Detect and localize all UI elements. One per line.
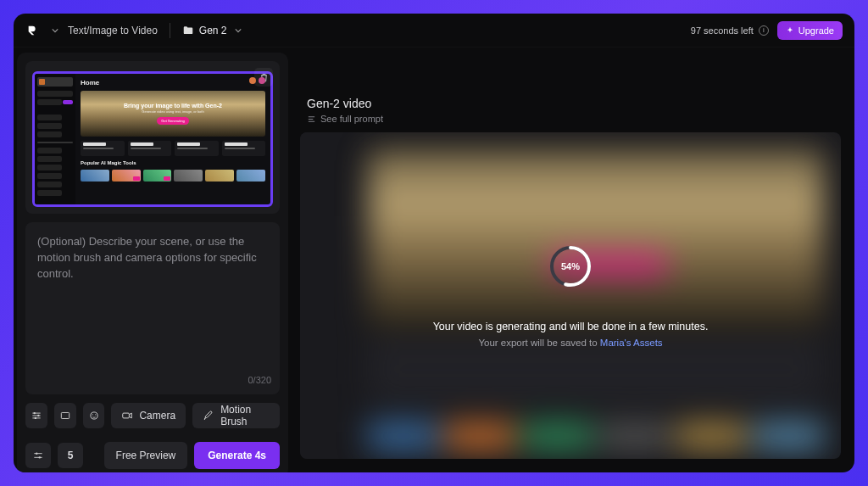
svg-rect-7 bbox=[123, 413, 130, 418]
aspect-ratio-button[interactable] bbox=[54, 403, 76, 428]
video-title: Gen-2 video bbox=[307, 97, 841, 110]
see-full-prompt[interactable]: See full prompt bbox=[307, 114, 841, 124]
progress-spinner: 54% bbox=[548, 244, 593, 288]
hero-subtitle: Generate video using text, image, or bot… bbox=[142, 109, 203, 114]
chevron-down-icon[interactable] bbox=[51, 26, 59, 35]
brush-icon bbox=[203, 410, 214, 422]
svg-point-0 bbox=[33, 412, 35, 414]
hero-button: Get Generating bbox=[157, 117, 188, 125]
input-image-card: Home Bring your image to life with Gen-2… bbox=[25, 61, 280, 214]
info-icon[interactable]: i bbox=[759, 25, 769, 36]
progress-percent: 54% bbox=[548, 244, 593, 288]
assets-link[interactable]: Maria's Assets bbox=[600, 338, 663, 348]
svg-point-4 bbox=[90, 412, 97, 419]
folder-selector[interactable]: Gen 2 bbox=[182, 25, 242, 36]
svg-point-1 bbox=[37, 415, 39, 416]
tool-name: Text/Image to Video bbox=[68, 25, 158, 36]
camera-icon bbox=[121, 410, 133, 422]
char-count: 0/320 bbox=[248, 374, 271, 388]
svg-point-2 bbox=[35, 417, 36, 419]
sparkle-icon bbox=[786, 26, 794, 35]
thumbnail-home-label: Home bbox=[81, 79, 265, 87]
motion-brush-button[interactable]: Motion Brush bbox=[192, 403, 280, 428]
upgrade-label: Upgrade bbox=[798, 25, 834, 36]
right-panel: Gen-2 video See full prompt bbox=[300, 47, 854, 472]
app-frame: Text/Image to Video Gen 2 97 seconds lef… bbox=[14, 14, 854, 472]
upgrade-button[interactable]: Upgrade bbox=[777, 21, 843, 40]
left-panel: Home Bring your image to life with Gen-2… bbox=[17, 53, 288, 472]
seed-settings-button[interactable] bbox=[25, 443, 51, 468]
generating-message: Your video is generating and will be don… bbox=[433, 321, 709, 332]
chevron-down-icon bbox=[234, 26, 242, 35]
svg-point-6 bbox=[95, 414, 96, 415]
thumbnail-card-row bbox=[81, 141, 265, 156]
thumbnail-tool-strip bbox=[81, 170, 265, 182]
camera-label: Camera bbox=[139, 410, 175, 422]
progress-overlay: 54% Your video is generating and will be… bbox=[433, 244, 709, 348]
generate-label: Generate 4s bbox=[208, 450, 266, 461]
svg-point-8 bbox=[36, 453, 37, 455]
prompt-textarea[interactable]: (Optional) Describe your scene, or use t… bbox=[25, 222, 280, 394]
input-image-thumbnail[interactable]: Home Bring your image to life with Gen-2… bbox=[32, 71, 273, 207]
motion-brush-label: Motion Brush bbox=[220, 404, 270, 427]
free-preview-button[interactable]: Free Preview bbox=[104, 442, 188, 469]
thumbnail-hero: Bring your image to life with Gen-2 Gene… bbox=[81, 91, 265, 137]
video-preview: 54% Your video is generating and will be… bbox=[300, 132, 841, 459]
hero-title: Bring your image to life with Gen-2 bbox=[124, 103, 222, 109]
bottom-row: 5 Free Preview Generate 4s bbox=[25, 442, 280, 469]
thumbnail-sidebar bbox=[35, 74, 75, 204]
list-icon bbox=[307, 115, 316, 124]
prompt-placeholder: (Optional) Describe your scene, or use t… bbox=[37, 235, 257, 280]
settings-button[interactable] bbox=[25, 403, 47, 428]
camera-button[interactable]: Camera bbox=[111, 403, 186, 428]
seconds-left: 97 seconds left i bbox=[691, 25, 769, 36]
folder-icon bbox=[182, 25, 194, 36]
generate-button[interactable]: Generate 4s bbox=[194, 442, 280, 469]
popular-tools-label: Popular AI Magic Tools bbox=[81, 160, 265, 165]
thumbnail-main: Home Bring your image to life with Gen-2… bbox=[75, 74, 270, 204]
video-header: Gen-2 video See full prompt bbox=[307, 97, 841, 124]
svg-point-9 bbox=[39, 456, 41, 458]
option-row: Camera Motion Brush bbox=[25, 403, 280, 428]
seed-value-text: 5 bbox=[68, 450, 74, 461]
free-preview-label: Free Preview bbox=[116, 450, 176, 461]
style-button[interactable] bbox=[83, 403, 105, 428]
app-logo[interactable] bbox=[25, 23, 41, 38]
divider bbox=[170, 23, 170, 38]
full-prompt-label: See full prompt bbox=[320, 114, 383, 124]
seconds-left-text: 97 seconds left bbox=[691, 25, 754, 36]
svg-rect-3 bbox=[61, 413, 69, 419]
folder-name: Gen 2 bbox=[199, 25, 227, 36]
svg-point-5 bbox=[92, 414, 92, 415]
save-location-message: Your export will be saved to Maria's Ass… bbox=[478, 338, 662, 348]
save-prefix: Your export will be saved to bbox=[478, 338, 599, 348]
thumbnail-avatars bbox=[249, 77, 265, 84]
seed-value[interactable]: 5 bbox=[58, 443, 83, 468]
topbar: Text/Image to Video Gen 2 97 seconds lef… bbox=[14, 14, 854, 47]
